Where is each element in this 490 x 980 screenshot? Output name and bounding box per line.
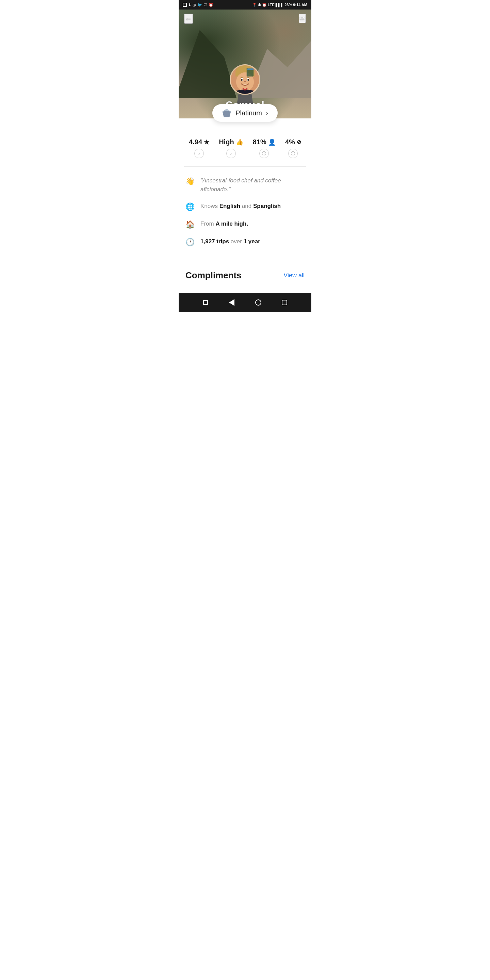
cancellation-value: 4% ⊘ — [285, 138, 301, 146]
bio-text: "Ancestral-food chef and coffee aficiona… — [200, 176, 305, 194]
svg-rect-10 — [247, 68, 254, 70]
stat-cancellation: 4% ⊘ ⓘ — [285, 138, 301, 158]
approval-action-button[interactable]: › — [226, 149, 236, 158]
stats-section: 4.94 ★ › High 👍 › 81% 👤 ⓘ 4% ⊘ ⓘ — [179, 127, 311, 164]
status-circle-icon: ◎ — [192, 3, 196, 7]
trips-item: 🕐 1,927 trips over 1 year — [185, 237, 305, 247]
trips-text: 1,927 trips over 1 year — [200, 237, 260, 246]
back-button[interactable]: ← — [184, 14, 193, 24]
platinum-badge[interactable]: Platinum › — [212, 104, 278, 122]
svg-point-6 — [241, 79, 243, 81]
acceptance-info-button[interactable]: ⓘ — [259, 149, 269, 158]
view-all-button[interactable]: View all — [283, 272, 305, 279]
rating-action-button[interactable]: › — [194, 149, 204, 158]
bio-item: 👋 "Ancestral-food chef and coffee aficio… — [185, 176, 305, 194]
nav-back-icon — [229, 299, 234, 306]
person-icon: 👤 — [268, 138, 275, 146]
acceptance-value: 81% 👤 — [253, 138, 275, 146]
compliments-section: Compliments View all — [179, 262, 311, 286]
status-twitter-icon: 🐦 — [197, 3, 202, 7]
svg-marker-13 — [223, 111, 231, 117]
nav-recents-icon — [282, 300, 287, 305]
svg-point-7 — [247, 79, 249, 81]
nav-menu-button[interactable] — [199, 296, 212, 309]
platinum-label: Platinum — [235, 109, 262, 117]
status-bars-icon: ▌▌▌ — [275, 3, 283, 7]
compliments-title: Compliments — [185, 270, 242, 281]
compliments-header: Compliments View all — [185, 270, 305, 281]
status-clock-icon: ⏰ — [262, 3, 267, 7]
status-right-icons: 📍 ✱ ⏰ LTE ▌▌▌ 23% 9:14 AM — [252, 3, 307, 7]
status-battery-label: 23% — [285, 3, 292, 7]
status-signal-label: LTE — [268, 3, 275, 7]
status-location-icon: 📍 — [252, 3, 257, 7]
languages-text: Knows English and Spanglish — [200, 202, 281, 211]
nav-home-icon — [255, 299, 261, 305]
status-time-label: 9:14 AM — [293, 3, 307, 7]
location-text: From A mile high. — [200, 220, 248, 228]
avatar — [230, 64, 260, 95]
nav-menu-icon — [203, 300, 208, 305]
status-shield-icon: 🛡 — [204, 3, 207, 7]
edit-button[interactable]: ✏ — [299, 14, 306, 23]
info-section: 👋 "Ancestral-food chef and coffee aficio… — [179, 169, 311, 262]
stat-acceptance: 81% 👤 ⓘ — [253, 138, 275, 158]
status-icons: ⬇ ◎ 🐦 🛡 ⏰ — [183, 3, 213, 7]
hero-section: ← ✏ — [179, 10, 311, 118]
cancel-icon: ⊘ — [297, 139, 301, 145]
status-download-icon: ⬇ — [188, 3, 191, 7]
globe-icon: 🌐 — [185, 202, 195, 211]
cancellation-info-button[interactable]: ⓘ — [288, 149, 298, 158]
stat-approval: High 👍 › — [219, 138, 243, 158]
status-bar: ⬇ ◎ 🐦 🛡 ⏰ 📍 ✱ ⏰ LTE ▌▌▌ 23% 9:14 AM — [179, 0, 311, 10]
approval-value: High 👍 — [219, 138, 243, 146]
location-item: 🏠 From A mile high. — [185, 220, 305, 229]
status-square-icon — [183, 3, 187, 7]
thumbsup-icon: 👍 — [236, 138, 243, 146]
status-alarm-icon: ⏰ — [208, 3, 213, 7]
nav-back-button[interactable] — [225, 296, 239, 309]
avatar-container — [230, 64, 260, 95]
home-icon: 🏠 — [185, 220, 195, 229]
platinum-icon — [222, 108, 231, 118]
stat-rating: 4.94 ★ › — [189, 138, 209, 158]
status-bluetooth-icon: ✱ — [258, 3, 261, 7]
rating-value: 4.94 ★ — [189, 138, 209, 146]
star-icon: ★ — [204, 138, 209, 146]
nav-home-button[interactable] — [251, 296, 265, 309]
stats-divider — [184, 166, 306, 167]
languages-item: 🌐 Knows English and Spanglish — [185, 202, 305, 211]
clock-icon: 🕐 — [185, 238, 195, 247]
platinum-chevron-icon: › — [266, 110, 268, 117]
bottom-nav — [179, 293, 311, 312]
wave-icon: 👋 — [185, 177, 195, 186]
nav-recents-button[interactable] — [278, 296, 291, 309]
